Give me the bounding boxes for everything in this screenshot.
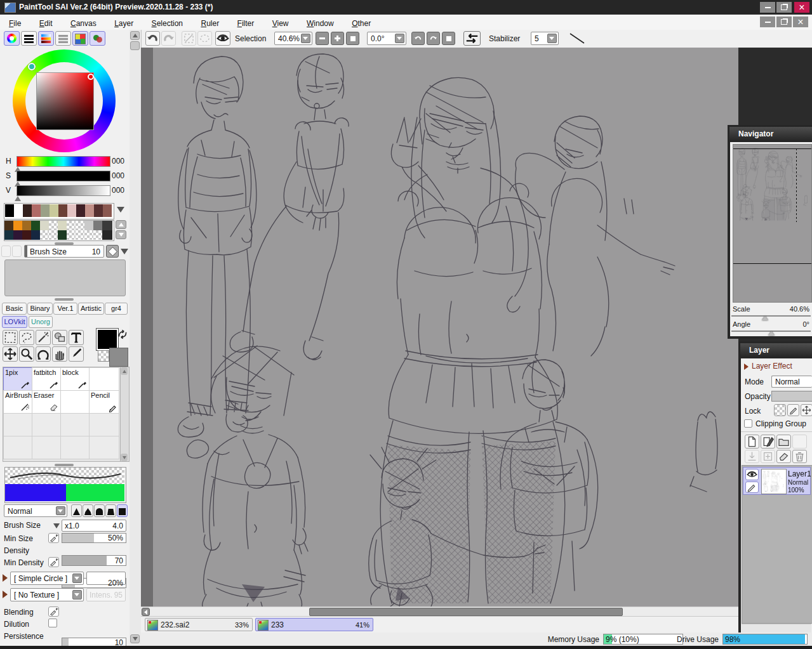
canvas-scroll-left-button[interactable]	[142, 608, 150, 616]
scratch-swatch[interactable]	[93, 221, 102, 230]
value-slider[interactable]	[17, 185, 110, 196]
rgb-slider-panel-toggle[interactable]	[38, 31, 54, 46]
clear-layer-button[interactable]	[776, 450, 791, 463]
scratch-scroll-down-button[interactable]	[116, 230, 126, 239]
scratch-swatch[interactable]	[13, 221, 22, 230]
scratch-swatch[interactable]	[58, 221, 67, 230]
mixer-color-green[interactable]	[66, 484, 124, 501]
tool-hand[interactable]	[52, 346, 67, 362]
value-slider-marker[interactable]	[15, 196, 21, 201]
saturation-value-square[interactable]	[36, 72, 94, 130]
navigator-scale-marker[interactable]	[762, 316, 768, 320]
scratch-swatch[interactable]	[22, 221, 31, 230]
new-linework-layer-button[interactable]	[761, 435, 775, 449]
scratch-swatch[interactable]	[76, 221, 84, 230]
tip-shape-sharp[interactable]	[71, 504, 82, 517]
shape-expand-arrow[interactable]	[3, 574, 8, 582]
layer-title-bar[interactable]: Layer	[740, 343, 812, 357]
brush-pencil[interactable]: Pencil	[89, 390, 119, 414]
zoom-reset-button[interactable]	[346, 32, 359, 45]
tool-magic-wand[interactable]	[36, 330, 51, 345]
tab-lovkit[interactable]: LOVkit	[2, 316, 27, 328]
brush-empty-cell[interactable]	[60, 390, 90, 414]
tool-zoom[interactable]	[19, 346, 34, 362]
swatch[interactable]	[58, 204, 67, 217]
merge-down-button[interactable]	[761, 450, 775, 463]
scratchpad-panel-toggle[interactable]	[90, 31, 105, 46]
menu-filter[interactable]: Filter	[237, 19, 255, 28]
left-panel-scroll-page-button[interactable]	[130, 41, 140, 50]
brush-eraser[interactable]: Eraser	[32, 390, 61, 414]
scratchpad[interactable]	[4, 220, 114, 241]
layer-effect-label[interactable]: Layer Effect	[752, 362, 792, 370]
child-restore-button[interactable]	[776, 16, 792, 27]
brush-size-input[interactable]: x1.0 4.0	[62, 520, 126, 532]
brush-scroll-down-button[interactable]	[121, 454, 128, 461]
brush-scroll-up-button[interactable]	[121, 367, 128, 375]
rotate-cw-button[interactable]	[427, 32, 440, 45]
scratch-swatch[interactable]	[4, 230, 13, 240]
menu-layer[interactable]: Layer	[114, 19, 133, 28]
tool-rotate-view[interactable]	[36, 346, 51, 362]
swatch[interactable]	[14, 204, 23, 217]
layer-visibility-button[interactable]	[745, 469, 759, 480]
density-slider[interactable]: 70	[62, 555, 126, 566]
zoom-dropdown-icon[interactable]	[301, 34, 310, 43]
menu-ruler[interactable]: Ruler	[201, 19, 219, 28]
deselect-button[interactable]	[182, 31, 196, 46]
canvas[interactable]	[153, 48, 738, 606]
swatch[interactable]	[50, 204, 58, 217]
restore-button[interactable]	[776, 2, 792, 13]
tab-binary[interactable]: Binary	[27, 303, 53, 315]
texture-select[interactable]: [ No Texture ]	[10, 588, 84, 601]
scratch-swatch[interactable]	[4, 221, 13, 230]
left-panel-scroll-up-button[interactable]	[130, 31, 140, 40]
texture-expand-arrow[interactable]	[3, 591, 8, 598]
tool-lasso[interactable]	[19, 330, 34, 345]
background-color-chip[interactable]	[109, 348, 128, 367]
swap-colors-icon[interactable]	[117, 329, 128, 340]
layer-extra-button[interactable]	[792, 435, 807, 449]
brush-empty-cell[interactable]	[60, 413, 90, 436]
brush-empty-cell[interactable]	[3, 436, 32, 459]
menu-selection[interactable]: Selection	[152, 19, 183, 28]
rotate-ccw-button[interactable]	[411, 32, 425, 45]
layer-paint-indicator[interactable]	[745, 482, 759, 493]
min-density-pressure-toggle[interactable]	[48, 557, 59, 567]
panel-divider-grip[interactable]	[55, 464, 74, 466]
menu-view[interactable]: View	[272, 19, 289, 28]
scratch-swatch[interactable]	[67, 221, 76, 230]
child-minimize-button[interactable]	[760, 16, 775, 27]
scratch-swatch[interactable]	[84, 230, 93, 240]
scratch-swatch[interactable]	[40, 230, 49, 240]
tab-basic[interactable]: Basic	[2, 303, 27, 315]
canvas-scrollbar-thumb[interactable]	[309, 608, 623, 616]
brush-airbrush[interactable]: AirBrush	[3, 390, 32, 414]
tool-move[interactable]	[3, 346, 18, 362]
angle-dropdown-icon[interactable]	[395, 34, 404, 43]
eraser-toggle-button[interactable]	[106, 245, 119, 258]
brush-undo-button[interactable]	[1, 246, 11, 257]
swatch[interactable]	[41, 204, 50, 217]
swatch[interactable]	[94, 204, 103, 217]
tab-gr4[interactable]: gr4	[105, 303, 128, 315]
left-panel-scroll-down-button[interactable]	[130, 634, 140, 643]
navigator-scale-slider[interactable]	[731, 315, 811, 317]
scratch-swatch[interactable]	[84, 221, 93, 230]
swatches-panel-toggle[interactable]	[72, 31, 88, 46]
color-mixer-pad[interactable]	[4, 467, 126, 503]
texture-intensity-input[interactable]: Intens. 95	[86, 588, 126, 601]
panel-divider-grip[interactable]	[55, 298, 74, 301]
hsv-slider-panel-toggle[interactable]	[21, 31, 37, 46]
hue-slider[interactable]	[17, 156, 110, 167]
gray-slider-panel-toggle[interactable]	[55, 31, 71, 46]
brush-shape-select[interactable]: [ Simple Circle ]	[10, 572, 84, 585]
brush-block[interactable]: block	[60, 367, 90, 391]
stabilizer-select[interactable]: 5	[531, 32, 559, 45]
reselect-button[interactable]	[197, 31, 212, 46]
scratch-swatch[interactable]	[102, 230, 112, 240]
tab-ver1[interactable]: Ver.1	[53, 303, 77, 315]
child-close-button[interactable]: ×	[793, 16, 808, 27]
file-tab-233[interactable]: 233 41%	[255, 618, 373, 631]
scratch-swatch[interactable]	[22, 230, 31, 240]
